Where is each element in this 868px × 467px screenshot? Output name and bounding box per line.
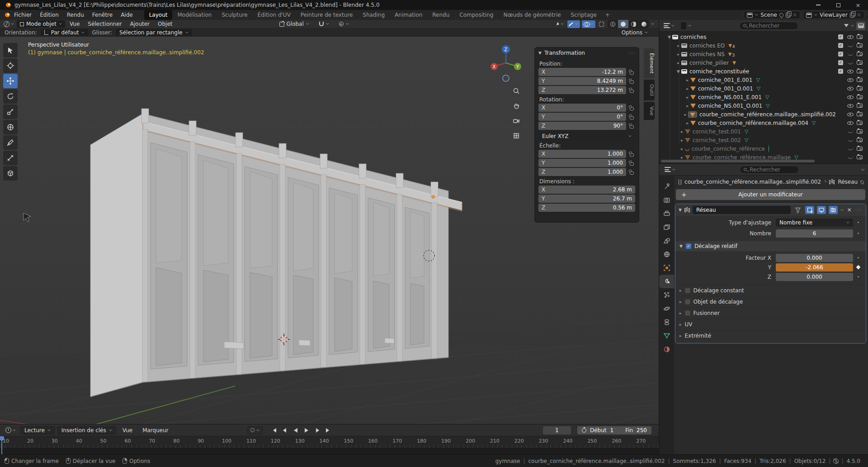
tab-edition-uv[interactable]: Édition d'UV <box>253 10 296 20</box>
outliner-search-input[interactable] <box>749 23 794 29</box>
outliner-row-object[interactable]: ▸corniche_test.002▽ <box>659 136 868 144</box>
overlays-toggle[interactable] <box>582 20 595 28</box>
hide-toggle-icon[interactable] <box>848 148 853 150</box>
filter-chevron[interactable] <box>851 24 854 26</box>
close-button[interactable]: × <box>848 0 868 10</box>
outliner-row-object[interactable]: ▸corniche_001_O.001▽ <box>659 84 868 93</box>
outliner-row-object-active[interactable]: ▸courbe_corniche_référence.maillage..sim… <box>659 110 868 119</box>
outliner-row-object[interactable]: ▸corniche_NS.001_O.001▽ <box>659 101 868 110</box>
outliner-display-mode[interactable] <box>662 22 676 29</box>
scale-z-field[interactable]: Z1.000 <box>538 168 626 176</box>
collapse-caret-icon[interactable]: ▼ <box>679 208 682 212</box>
sidebar-tab-outil[interactable]: Outil <box>644 80 655 100</box>
properties-tab-viewlayer[interactable] <box>659 220 674 234</box>
on-cage-toggle[interactable] <box>805 206 814 214</box>
hide-toggle-icon[interactable] <box>847 70 854 73</box>
lock-icon[interactable] <box>628 160 635 166</box>
exclude-checkbox[interactable]: ✓ <box>838 69 843 74</box>
viewport-canvas[interactable]: Perspective Utilisateur (1) gymnase | co… <box>0 37 659 424</box>
properties-tab-data[interactable] <box>659 329 674 343</box>
view-menu[interactable]: Vue <box>119 427 136 434</box>
maximize-button[interactable] <box>828 0 848 10</box>
properties-tab-tool[interactable] <box>659 180 674 193</box>
render-display-toggle[interactable] <box>829 206 838 214</box>
outliner-row-collection[interactable]: ▸corniches NS▼3✓ <box>659 50 868 58</box>
menu-edition[interactable]: Édition <box>36 10 63 20</box>
render-toggle-icon[interactable] <box>857 35 863 39</box>
app-menu-icon[interactable] <box>3 12 10 18</box>
new-viewlayer-icon[interactable] <box>850 13 854 18</box>
editor-type-button[interactable] <box>2 20 16 28</box>
lock-icon[interactable] <box>628 151 635 157</box>
render-toggle-icon[interactable] <box>857 129 863 133</box>
render-toggle-icon[interactable] <box>857 86 863 91</box>
lock-icon[interactable] <box>628 87 635 93</box>
tab-shading[interactable]: Shading <box>358 10 390 20</box>
exclude-checkbox[interactable]: ✓ <box>838 43 843 48</box>
tool-move[interactable] <box>3 74 18 88</box>
camera-view-icon[interactable] <box>511 115 522 126</box>
lock-icon[interactable] <box>628 69 635 75</box>
tool-rotate[interactable] <box>3 89 18 104</box>
section-uv[interactable]: ▸UV <box>675 319 866 330</box>
shading-wireframe-button[interactable] <box>608 20 618 28</box>
exclude-checkbox[interactable]: ✓ <box>838 60 843 65</box>
add-workspace-button[interactable]: + <box>602 10 613 20</box>
outliner-row-collection[interactable]: ▸corniches EO▼4✓ <box>659 41 868 50</box>
navigation-gizmo[interactable]: Z X Y <box>488 43 524 85</box>
sidebar-tab-vue[interactable]: Vue <box>644 102 655 120</box>
orientation-default-dropdown[interactable]: Par défaut <box>41 29 89 36</box>
modifier-extras-chevron[interactable] <box>840 208 843 211</box>
render-toggle-icon[interactable] <box>857 95 863 99</box>
menu-ajouter[interactable]: Ajouter <box>127 21 154 27</box>
tool-transform[interactable] <box>3 120 18 134</box>
jump-to-start-button[interactable] <box>269 426 279 434</box>
lock-icon[interactable] <box>628 105 635 110</box>
section-objet-decalage[interactable]: ▸Objet de décalage <box>675 296 866 307</box>
prev-keyframe-button[interactable] <box>280 426 290 434</box>
section-fusionner[interactable]: ▸Fusionner <box>675 307 866 319</box>
relative-offset-checkbox[interactable]: ✓ <box>686 243 691 249</box>
snap-toggle[interactable] <box>316 20 332 28</box>
timeline-editor-type[interactable] <box>4 426 18 434</box>
render-toggle-icon[interactable] <box>857 61 863 65</box>
menu-rendu[interactable]: Rendu <box>63 10 88 20</box>
render-toggle-icon[interactable] <box>857 155 863 159</box>
pan-hand-icon[interactable] <box>511 100 522 111</box>
auto-keying-toggle[interactable] <box>247 426 263 434</box>
tab-modelisation[interactable]: Modélisation <box>172 10 217 20</box>
breadcrumb-object[interactable]: courbe_corniche_référence.maillage..simp… <box>684 179 821 185</box>
menu-selectionner[interactable]: Sélectionner <box>84 21 125 27</box>
render-toggle-icon[interactable] <box>857 104 863 108</box>
tool-cursor[interactable] <box>3 58 18 73</box>
drag-mode-dropdown[interactable]: Sélection par rectangle <box>116 29 192 36</box>
end-value[interactable]: 250 <box>637 427 647 434</box>
tab-compositing[interactable]: Compositing <box>454 10 498 20</box>
perspective-toggle-icon[interactable] <box>511 130 522 141</box>
zoom-icon[interactable] <box>511 86 522 96</box>
animate-dot-icon[interactable] <box>853 233 863 234</box>
proportional-edit-toggle[interactable] <box>336 20 352 28</box>
viewlayer-selector[interactable]: ViewLayer × <box>803 11 864 19</box>
tab-layout[interactable]: Layout <box>144 10 173 20</box>
hide-toggle-icon[interactable] <box>847 104 854 108</box>
options-button[interactable]: Options <box>622 29 648 36</box>
new-scene-icon[interactable] <box>786 13 790 18</box>
tool-measure[interactable] <box>3 151 18 165</box>
jump-to-end-button[interactable] <box>323 426 333 434</box>
properties-tab-object[interactable] <box>659 261 674 275</box>
properties-tab-modifiers[interactable] <box>659 275 674 288</box>
factor-x-field[interactable]: 0.000 <box>776 254 853 262</box>
render-toggle-icon[interactable] <box>857 52 863 56</box>
outliner-row-object[interactable]: ▸corniche_test.001▽ <box>659 127 868 136</box>
position-x-field[interactable]: X-12.2 m <box>538 68 626 76</box>
properties-tab-material[interactable] <box>659 343 674 356</box>
hide-toggle-icon[interactable] <box>848 156 853 159</box>
gizmo-minus-z-axis[interactable] <box>503 75 509 81</box>
properties-search-input[interactable] <box>750 167 795 173</box>
tab-animation[interactable]: Animation <box>390 10 427 20</box>
count-field[interactable]: 6 <box>776 229 853 238</box>
drag-dots-icon[interactable]: :::: <box>628 51 635 55</box>
hide-toggle-icon[interactable] <box>848 44 853 47</box>
animate-dot-icon[interactable] <box>853 276 863 277</box>
